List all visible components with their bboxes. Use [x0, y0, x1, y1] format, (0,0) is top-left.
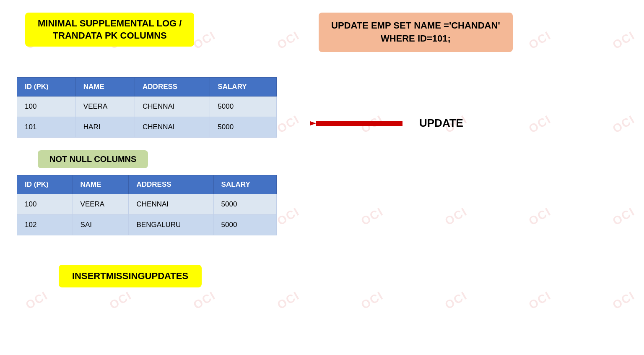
t2-r1-salary: 5000: [213, 194, 276, 214]
t1-r1-id: 100: [17, 96, 76, 117]
red-arrow-icon: [310, 115, 402, 132]
table-row: 102 SAI BENGALURU 5000: [17, 214, 277, 235]
not-null-title-box: NOT NULL COLUMNS: [38, 150, 148, 168]
t1-r1-address: CHENNAI: [135, 96, 210, 117]
t2-r1-name: VEERA: [73, 194, 129, 214]
table1: ID (PK) NAME ADDRESS SALARY 100 VEERA CH…: [17, 77, 277, 138]
sql-line2: WHERE ID=101;: [331, 32, 500, 45]
t1-r2-salary: 5000: [210, 117, 277, 137]
top-title-box: MINIMAL SUPPLEMENTAL LOG / TRANDATA PK C…: [25, 13, 194, 47]
t1-r2-name: HARI: [75, 117, 135, 137]
table2-header-name: NAME: [73, 175, 129, 194]
t2-r2-id: 102: [17, 214, 73, 235]
table1-header-address: ADDRESS: [135, 77, 210, 96]
table2-header-salary: SALARY: [213, 175, 276, 194]
t2-r1-address: CHENNAI: [129, 194, 213, 214]
sql-box: UPDATE EMP SET NAME ='CHANDAN' WHERE ID=…: [319, 13, 513, 52]
table2: ID (PK) NAME ADDRESS SALARY 100 VEERA CH…: [17, 175, 277, 235]
t2-r2-address: BENGALURU: [129, 214, 213, 235]
t2-r1-id: 100: [17, 194, 73, 214]
table-row: 100 VEERA CHENNAI 5000: [17, 96, 277, 117]
update-label: UPDATE: [419, 117, 463, 130]
not-null-title: NOT NULL COLUMNS: [49, 154, 136, 164]
bottom-title-box: INSERTMISSINGUPDATES: [59, 265, 202, 287]
page-container: MINIMAL SUPPLEMENTAL LOG / TRANDATA PK C…: [0, 0, 644, 355]
table1-header-id: ID (PK): [17, 77, 76, 96]
table2-header-address: ADDRESS: [129, 175, 213, 194]
top-title-line2: TRANDATA PK COLUMNS: [38, 30, 182, 42]
table2-header-id: ID (PK): [17, 175, 73, 194]
bottom-title: INSERTMISSINGUPDATES: [72, 271, 188, 282]
sql-line1: UPDATE EMP SET NAME ='CHANDAN': [331, 19, 500, 32]
table1-header-name: NAME: [75, 77, 135, 96]
left-section: ID (PK) NAME ADDRESS SALARY 100 VEERA CH…: [17, 77, 302, 287]
table-row: 100 VEERA CHENNAI 5000: [17, 194, 277, 214]
t2-r2-name: SAI: [73, 214, 129, 235]
t1-r2-id: 101: [17, 117, 76, 137]
table-row: 101 HARI CHENNAI 5000: [17, 117, 277, 137]
t2-r2-salary: 5000: [213, 214, 276, 235]
t1-r1-salary: 5000: [210, 96, 277, 117]
right-section: UPDATE: [302, 77, 627, 132]
table1-header-salary: SALARY: [210, 77, 277, 96]
t1-r2-address: CHENNAI: [135, 117, 210, 137]
top-title-line1: MINIMAL SUPPLEMENTAL LOG /: [38, 18, 182, 30]
t1-r1-name: VEERA: [75, 96, 135, 117]
